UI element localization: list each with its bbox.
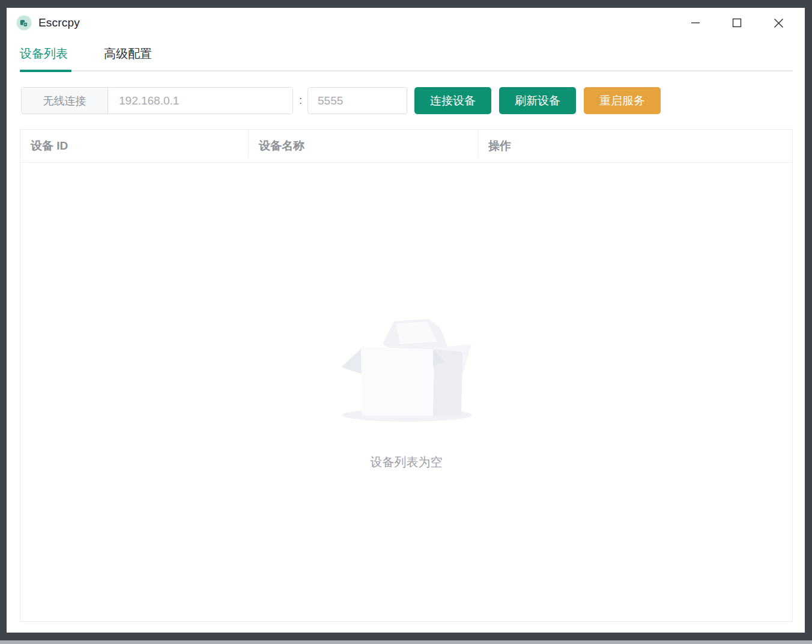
- column-header-device-id: 设备 ID: [20, 130, 249, 162]
- empty-state: 设备列表为空: [338, 316, 476, 470]
- column-header-actions: 操作: [478, 130, 792, 162]
- empty-state-text: 设备列表为空: [371, 454, 443, 470]
- app-title: Escrcpy: [38, 16, 80, 29]
- toolbar: 无线连接 : 连接设备 刷新设备 重启服务: [21, 87, 805, 114]
- wireless-connect-group: 无线连接: [21, 87, 293, 114]
- window-shadow-strip: [0, 640, 812, 644]
- tab-advanced-config[interactable]: 高级配置: [104, 46, 152, 62]
- device-table: 设备 ID 设备名称 操作: [20, 129, 793, 622]
- tab-row: 设备列表 高级配置: [20, 38, 805, 69]
- active-tab-indicator: [20, 70, 71, 72]
- ip-address-input[interactable]: [108, 88, 292, 114]
- column-header-device-name: 设备名称: [249, 130, 478, 162]
- maximize-button[interactable]: [723, 12, 751, 34]
- maximize-icon: [732, 18, 742, 28]
- minimize-icon: [691, 18, 700, 28]
- refresh-devices-button[interactable]: 刷新设备: [499, 87, 576, 114]
- tab-bar: 设备列表 高级配置: [7, 38, 805, 71]
- close-button[interactable]: [764, 12, 793, 34]
- app-window: Escrcpy 设备列表 高级配置: [7, 8, 805, 633]
- minimize-button[interactable]: [681, 12, 710, 34]
- empty-box-icon: [338, 316, 476, 423]
- tabs-track: [20, 70, 793, 71]
- close-icon: [774, 18, 784, 28]
- port-separator: :: [299, 94, 302, 107]
- port-input[interactable]: [308, 87, 407, 114]
- table-header-row: 设备 ID 设备名称 操作: [20, 130, 792, 163]
- escrcpy-logo-icon: [16, 15, 32, 31]
- connect-device-button[interactable]: 连接设备: [414, 87, 491, 114]
- window-controls: [668, 12, 805, 34]
- wireless-connect-label: 无线连接: [22, 88, 108, 114]
- restart-service-button[interactable]: 重启服务: [584, 87, 661, 114]
- titlebar: Escrcpy: [7, 8, 805, 38]
- tab-device-list[interactable]: 设备列表: [20, 46, 68, 62]
- table-body: 设备列表为空: [20, 163, 792, 621]
